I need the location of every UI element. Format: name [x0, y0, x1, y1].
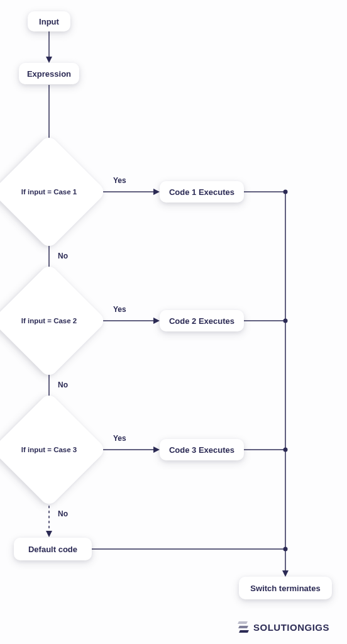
- decision-case-3: If input = Case 3: [8, 409, 90, 491]
- node-terminate: Switch terminates: [239, 577, 332, 599]
- decision-case-1: If input = Case 1: [8, 151, 90, 233]
- node-terminate-label: Switch terminates: [250, 584, 320, 593]
- node-code-1: Code 1 Executes: [160, 181, 244, 203]
- brand-text: SOLUTIONGIGS: [253, 622, 329, 633]
- brand-mark-icon: [237, 621, 250, 633]
- edge-no-2: No: [58, 380, 68, 389]
- svg-point-4: [284, 190, 288, 194]
- edge-yes-2: Yes: [113, 305, 126, 314]
- node-expression: Expression: [19, 63, 79, 84]
- edge-yes-1: Yes: [113, 176, 126, 185]
- node-input: Input: [28, 11, 70, 31]
- node-code-3: Code 3 Executes: [160, 439, 244, 460]
- svg-point-8: [284, 319, 288, 323]
- decision-case-1-label: If input = Case 1: [21, 188, 77, 196]
- decision-case-2: If input = Case 2: [8, 280, 90, 362]
- node-code-2: Code 2 Executes: [160, 310, 244, 331]
- node-code-2-label: Code 2 Executes: [169, 316, 234, 326]
- decision-case-3-label: If input = Case 3: [21, 446, 77, 453]
- decision-case-2-label: If input = Case 2: [21, 317, 77, 325]
- node-default-label: Default code: [28, 545, 77, 554]
- node-code-3-label: Code 3 Executes: [169, 445, 234, 455]
- edge-yes-3: Yes: [113, 434, 126, 443]
- edge-no-1: No: [58, 252, 68, 260]
- edge-no-3: No: [58, 509, 68, 518]
- node-input-label: Input: [39, 17, 59, 26]
- node-expression-label: Expression: [27, 69, 71, 79]
- node-default: Default code: [14, 538, 92, 560]
- svg-point-15: [284, 547, 288, 552]
- node-code-1-label: Code 1 Executes: [169, 187, 234, 197]
- svg-point-12: [284, 448, 288, 452]
- brand-logo: SOLUTIONGIGS: [237, 621, 329, 633]
